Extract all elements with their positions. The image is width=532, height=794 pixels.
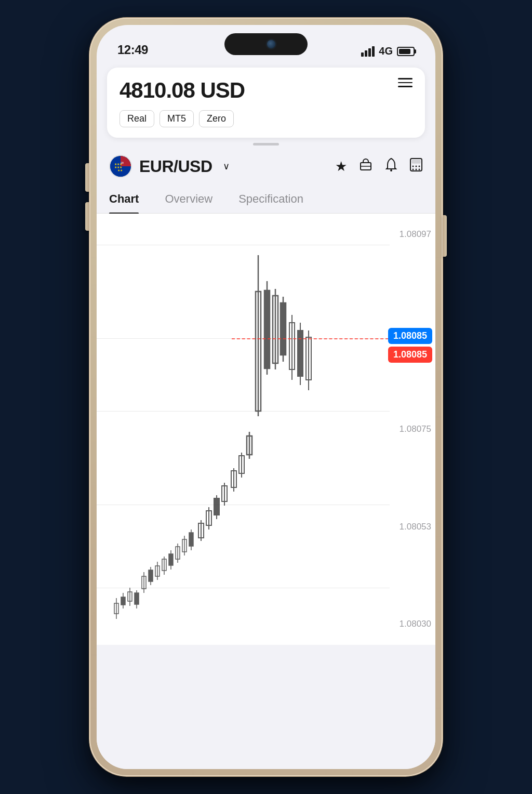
svg-rect-23	[135, 593, 139, 604]
ask-price-badge: 1.08085	[388, 347, 432, 363]
phone-container: 12:49 4G	[79, 12, 453, 782]
svg-rect-39	[189, 533, 193, 546]
hamburger-line-1	[398, 78, 413, 80]
pair-symbol: EUR/USD	[139, 157, 212, 176]
svg-point-13	[413, 168, 414, 170]
signal-bar-4	[372, 46, 375, 57]
price-label-1: 1.08097	[390, 229, 431, 240]
price-label-3: 1.08075	[390, 424, 431, 434]
svg-rect-9	[412, 160, 420, 163]
account-tags: Real MT5 Zero	[119, 110, 413, 127]
volume-up-button[interactable]	[85, 163, 89, 192]
signal-bar-3	[368, 48, 371, 57]
favorite-icon[interactable]: ★	[335, 158, 347, 175]
tab-specification[interactable]: Specification	[238, 185, 303, 213]
tab-overview[interactable]: Overview	[165, 185, 212, 213]
camera-dot	[267, 40, 275, 48]
svg-point-15	[419, 168, 420, 170]
svg-point-10	[413, 165, 414, 167]
svg-rect-27	[149, 570, 153, 581]
tag-mt5[interactable]: MT5	[159, 110, 194, 127]
svg-rect-65	[298, 330, 303, 376]
hamburger-line-2	[398, 82, 413, 84]
svg-text:★★: ★★	[117, 169, 123, 172]
tag-zero[interactable]: Zero	[199, 110, 234, 127]
svg-rect-61	[281, 303, 286, 355]
phone-screen: 12:49 4G	[97, 25, 435, 769]
price-line	[232, 338, 389, 339]
calculator-icon[interactable]	[409, 157, 423, 176]
svg-text:🇺🇸: 🇺🇸	[121, 161, 124, 165]
bell-icon[interactable]	[384, 157, 398, 176]
svg-rect-19	[121, 597, 125, 605]
dynamic-island	[224, 33, 308, 55]
status-right: 4G	[361, 45, 415, 57]
eu-flag: ★★★ ★★★ ★★ 🇺🇸	[110, 156, 131, 177]
menu-button[interactable]	[398, 78, 413, 87]
briefcase-icon[interactable]	[358, 157, 373, 176]
hamburger-line-3	[398, 86, 413, 87]
pair-left: ★★★ ★★★ ★★ 🇺🇸 EUR/USD ∨	[109, 155, 230, 178]
signal-bar-2	[365, 50, 367, 57]
candlestick-chart	[97, 214, 435, 645]
currency-flag: ★★★ ★★★ ★★ 🇺🇸	[109, 155, 132, 178]
chevron-down-icon[interactable]: ∨	[223, 161, 230, 172]
drag-indicator	[253, 143, 279, 145]
svg-point-14	[416, 168, 417, 170]
tabs-row: Chart Overview Specification	[97, 185, 435, 214]
signal-bar-1	[361, 52, 364, 57]
bid-price-badge: 1.08085	[388, 328, 432, 344]
price-label-4: 1.08053	[390, 522, 431, 532]
status-time: 12:49	[117, 43, 148, 57]
tag-real[interactable]: Real	[119, 110, 154, 127]
signal-bars-icon	[361, 46, 375, 57]
svg-point-12	[419, 165, 420, 167]
price-labels: 1.08097 – 1.08075 1.08053 1.08030	[390, 214, 431, 645]
volume-down-button[interactable]	[85, 202, 89, 231]
svg-rect-45	[214, 498, 219, 515]
svg-rect-33	[169, 554, 173, 565]
app-content: 4810.08 USD Real MT5 Zero	[97, 61, 435, 769]
price-label-5: 1.08030	[390, 619, 431, 629]
battery-fill	[399, 49, 410, 54]
svg-point-11	[416, 165, 417, 167]
account-card: 4810.08 USD Real MT5 Zero	[107, 68, 425, 138]
phone-frame: 12:49 4G	[89, 18, 443, 776]
svg-point-7	[390, 169, 392, 171]
chart-area: 1.08097 – 1.08075 1.08053 1.08030 1.0808…	[97, 214, 435, 645]
tab-chart[interactable]: Chart	[109, 185, 139, 213]
pair-header: ★★★ ★★★ ★★ 🇺🇸 EUR/USD ∨ ★	[97, 150, 435, 185]
network-type: 4G	[379, 45, 393, 57]
svg-rect-57	[264, 290, 270, 368]
account-amount: 4810.08 USD	[119, 78, 413, 103]
pair-actions: ★	[335, 157, 423, 176]
battery-icon	[397, 47, 415, 56]
